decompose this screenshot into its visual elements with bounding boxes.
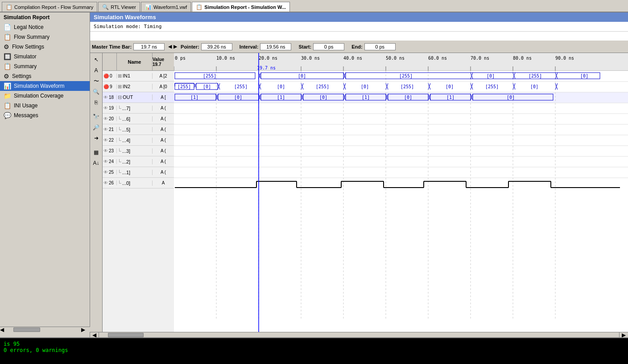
find-btn[interactable]: 🔭 bbox=[91, 112, 101, 122]
svg-text:[255]: [255] bbox=[529, 74, 542, 78]
tab-rtl-viewer[interactable]: 🔍 RTL Viewer bbox=[98, 2, 140, 12]
tab-simulation-report[interactable]: 📋 Simulation Report - Simulation W... bbox=[192, 2, 290, 12]
signal-22-icon: 👁 bbox=[103, 138, 108, 143]
status-line-1: is 95 bbox=[4, 341, 624, 347]
svg-text:[0]: [0] bbox=[530, 84, 538, 89]
signal-row-20[interactable]: 👁20 └...6] A ( bbox=[103, 114, 174, 124]
end-value: 0 ps bbox=[364, 43, 396, 50]
sidebar-item-ini-usage[interactable]: 📋 INI Usage bbox=[0, 101, 90, 110]
wave-scroll-thumb[interactable] bbox=[108, 333, 144, 337]
simulator-icon: 🔲 bbox=[4, 53, 11, 60]
svg-text:20.0 ns: 20.0 ns bbox=[259, 56, 277, 61]
signal-row-18[interactable]: 👁18 ⊟OUT A [ bbox=[103, 92, 174, 103]
sim-waveform-icon: 📊 bbox=[4, 82, 11, 90]
sidebar-item-summary[interactable]: 📋 Summary bbox=[0, 61, 90, 71]
waveform-title-bar: Simulation Waveforms bbox=[90, 12, 628, 22]
svg-text:[1]: [1] bbox=[362, 95, 370, 100]
sidebar-item-sim-coverage[interactable]: 📁 Simulation Coverage bbox=[0, 91, 90, 101]
sidebar-scroll-left[interactable]: ◀ bbox=[0, 327, 9, 333]
status-line-2: 0 errors, 0 warnings bbox=[4, 347, 624, 353]
col-num-header bbox=[103, 53, 117, 70]
group-btn[interactable]: ▦ bbox=[91, 147, 101, 157]
master-time-value[interactable]: 19.7 ns bbox=[133, 43, 165, 50]
svg-text:[0]: [0] bbox=[404, 95, 412, 100]
sort-btn[interactable]: A↓ bbox=[91, 158, 101, 168]
waveform-canvas-area[interactable]: 0 ps 10.0 ns 20.0 ns 30.0 ns 40.0 ns 50.… bbox=[174, 53, 628, 332]
signal-24-icon: 👁 bbox=[103, 159, 108, 164]
sidebar-item-messages[interactable]: 💬 Messages bbox=[0, 110, 90, 120]
sidebar-title: Simulation Report bbox=[0, 12, 90, 22]
wave-scroll-left[interactable]: ◀ bbox=[90, 332, 99, 338]
time-arrow-right[interactable]: ▶ bbox=[174, 44, 177, 49]
legal-notice-icon: 📄 bbox=[4, 24, 11, 31]
sidebar: Simulation Report 📄 Legal Notice 📋 Flow … bbox=[0, 12, 90, 337]
waveform-tool-btn[interactable]: 〜 bbox=[91, 76, 101, 86]
signal-row-25[interactable]: 👁25 └...1] A ( bbox=[103, 167, 174, 178]
signal-26-icon: 👁 bbox=[103, 180, 108, 185]
jump-btn[interactable]: ➜ bbox=[91, 133, 101, 143]
simulation-mode: Simulation mode: Timing bbox=[90, 22, 628, 32]
svg-text:[255]: [255] bbox=[485, 84, 499, 89]
svg-text:[0]: [0] bbox=[234, 95, 242, 100]
signal-0-icon: 🔴 bbox=[103, 74, 109, 78]
svg-text:40.0 ns: 40.0 ns bbox=[343, 56, 362, 61]
svg-text:[1]: [1] bbox=[190, 95, 198, 100]
tab-compilation-report[interactable]: 📋 Compilation Report - Flow Summary bbox=[2, 2, 97, 12]
svg-text:0 ps: 0 ps bbox=[175, 56, 186, 61]
sidebar-item-settings[interactable]: ⚙ Settings bbox=[0, 71, 90, 81]
svg-text:90.0 ns: 90.0 ns bbox=[555, 56, 574, 61]
svg-rect-26 bbox=[174, 103, 628, 114]
tab-bar: 📋 Compilation Report - Flow Summary 🔍 RT… bbox=[0, 0, 628, 12]
names-panel: Name Value 19.7 🔴0 ⊞IN1 A [2 🔴9 ⊞IN2 A [… bbox=[103, 53, 174, 332]
signal-row-24[interactable]: 👁24 └...2] A ( bbox=[103, 156, 174, 167]
time-bar: Master Time Bar: 19.7 ns ◀ ▶ Pointer: 39… bbox=[90, 41, 628, 53]
signal-row-26[interactable]: 👁26 └...0] A bbox=[103, 178, 174, 188]
svg-rect-30 bbox=[174, 146, 628, 156]
find-next-btn[interactable]: 🔎 bbox=[91, 123, 101, 132]
tab-waveform1[interactable]: 📊 Waveform1.vwf bbox=[141, 2, 191, 12]
sidebar-item-flow-summary[interactable]: 📋 Flow Summary bbox=[0, 32, 90, 42]
text-tool-btn[interactable]: A bbox=[91, 65, 101, 75]
signal-row-21[interactable]: 👁21 └...5] A ( bbox=[103, 124, 174, 135]
waveform-scrollbar-h[interactable]: ◀ ▶ bbox=[90, 332, 628, 337]
signal-row-9[interactable]: 🔴9 ⊞IN2 A [0 bbox=[103, 82, 174, 92]
svg-text:[255]: [255] bbox=[178, 84, 191, 89]
signal-23-icon: 👁 bbox=[103, 148, 108, 153]
sidebar-item-legal-notice[interactable]: 📄 Legal Notice bbox=[0, 22, 90, 32]
sidebar-item-sim-waveform[interactable]: 📊 Simulation Waveform bbox=[0, 81, 90, 91]
start-value: 0 ps bbox=[313, 43, 344, 50]
svg-text:[255]: [255] bbox=[401, 84, 414, 89]
ini-usage-icon: 📋 bbox=[4, 102, 11, 109]
col-name-header: Name bbox=[117, 53, 153, 70]
svg-rect-29 bbox=[174, 135, 628, 146]
copy-btn[interactable]: ⎘ bbox=[91, 98, 101, 107]
signal-row-22[interactable]: 👁22 └...4] A ( bbox=[103, 135, 174, 146]
signal-row-23[interactable]: 👁23 └...3] A ( bbox=[103, 146, 174, 156]
signal-row-19[interactable]: 👁19 └...7] A ( bbox=[103, 103, 174, 114]
wave-scroll-right[interactable]: ▶ bbox=[619, 332, 628, 338]
main-layout: Simulation Report 📄 Legal Notice 📋 Flow … bbox=[0, 12, 628, 337]
svg-text:60.0 ns: 60.0 ns bbox=[428, 56, 447, 61]
sidebar-item-simulator[interactable]: 🔲 Simulator bbox=[0, 52, 90, 61]
summary-icon: 📋 bbox=[4, 63, 11, 70]
svg-text:[255]: [255] bbox=[399, 74, 413, 78]
spacer bbox=[90, 32, 628, 41]
sidebar-scrollbar-h[interactable]: ◀ ▶ bbox=[0, 327, 90, 332]
signal-row-0[interactable]: 🔴0 ⊞IN1 A [2 bbox=[103, 71, 174, 82]
signal-19-icon: 👁 bbox=[103, 106, 108, 110]
col-value-header: Value 19.7 bbox=[153, 53, 174, 70]
sidebar-item-flow-settings[interactable]: ⚙ Flow Settings bbox=[0, 42, 90, 52]
settings-icon: ⚙ bbox=[4, 73, 9, 80]
waveform-svg: 0 ps 10.0 ns 20.0 ns 30.0 ns 40.0 ns 50.… bbox=[174, 53, 628, 332]
signal-9-icon: 🔴 bbox=[103, 84, 109, 89]
svg-rect-31 bbox=[174, 156, 628, 167]
sidebar-scroll-thumb[interactable] bbox=[13, 327, 40, 332]
svg-text:80.0 ns: 80.0 ns bbox=[513, 56, 532, 61]
time-arrow-left[interactable]: ◀ bbox=[168, 44, 172, 49]
select-tool-btn[interactable]: ↖ bbox=[91, 55, 101, 65]
svg-rect-33 bbox=[174, 178, 628, 188]
zoom-btn[interactable]: 🔍 bbox=[91, 87, 101, 97]
svg-text:[1]: [1] bbox=[446, 95, 454, 100]
svg-rect-32 bbox=[174, 167, 628, 178]
sidebar-scroll-right[interactable]: ▶ bbox=[81, 327, 90, 333]
